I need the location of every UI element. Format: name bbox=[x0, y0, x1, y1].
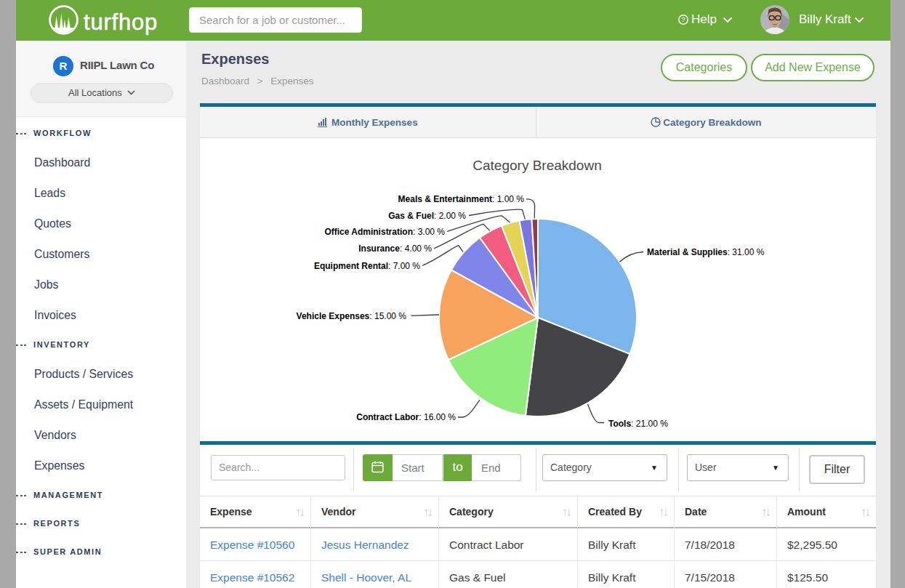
svg-text:Category Breakdown: Category Breakdown bbox=[472, 158, 601, 173]
svg-text:Contract Labor: 16.00 %: Contract Labor: 16.00 % bbox=[356, 412, 456, 422]
svg-text:Gas & Fuel: 2.00 %: Gas & Fuel: 2.00 % bbox=[388, 211, 466, 221]
svg-text:Meals & Entertainment: 1.00 %: Meals & Entertainment: 1.00 % bbox=[398, 194, 525, 204]
svg-text:Insurance: 4.00 %: Insurance: 4.00 % bbox=[358, 243, 432, 254]
svg-text:Vehicle Expenses: 15.00 %: Vehicle Expenses: 15.00 % bbox=[297, 311, 407, 321]
svg-text:Equipment Rental: 7.00 %: Equipment Rental: 7.00 % bbox=[314, 261, 420, 271]
svg-text:Tools: 21.00 %: Tools: 21.00 % bbox=[608, 419, 668, 429]
svg-text:Material & Supplies: 31.00 %: Material & Supplies: 31.00 % bbox=[647, 247, 765, 257]
svg-text:Office Administration: 3.00 %: Office Administration: 3.00 % bbox=[324, 227, 445, 237]
svg-text:?: ? bbox=[681, 15, 685, 23]
